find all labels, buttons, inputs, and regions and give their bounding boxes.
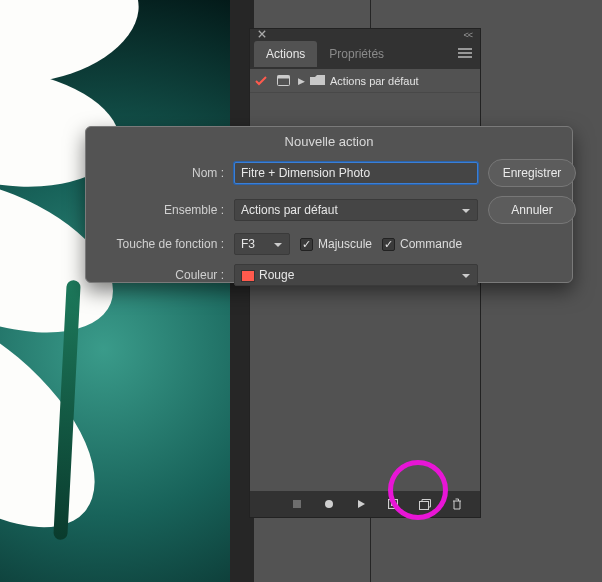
command-label: Commande [400,237,462,251]
tab-properties[interactable]: Propriétés [317,41,396,67]
dialog-title: Nouvelle action [86,127,572,159]
svg-rect-5 [391,502,395,506]
checkbox-icon: ✓ [382,238,395,251]
stop-record-icon[interactable] [386,497,400,511]
checkbox-icon: ✓ [300,238,313,251]
record-button[interactable]: Enregistrer [488,159,576,187]
panel-tabbar: Actions Propriétés [250,39,480,69]
play-icon[interactable] [354,497,368,511]
svg-rect-1 [277,76,289,79]
svg-rect-6 [420,501,429,509]
shift-checkbox[interactable]: ✓ Majuscule [300,237,372,251]
row-visibility-check[interactable] [250,69,272,92]
label-set: Ensemble : [96,203,224,217]
panel-menu-button[interactable] [458,48,472,60]
panel-collapse-button[interactable]: << [463,30,472,40]
new-action-dialog: Nouvelle action Nom : Enregistrer Ensemb… [85,126,573,283]
label-fkey: Touche de fonction : [96,237,224,251]
folder-icon [308,69,326,92]
color-select[interactable]: Rouge [234,264,478,286]
stop-icon[interactable] [290,497,304,511]
row-label: Actions par défaut [326,69,419,92]
panel-close-button[interactable] [258,28,266,36]
label-name: Nom : [96,166,224,180]
row-expand-chevron[interactable]: ▶ [294,69,308,92]
cancel-button[interactable]: Annuler [488,196,576,224]
svg-point-3 [325,500,333,508]
fkey-select[interactable]: F3 [234,233,290,255]
shift-label: Majuscule [318,237,372,251]
trash-icon[interactable] [450,497,464,511]
svg-rect-2 [293,500,301,508]
color-swatch [241,270,255,282]
actions-footer [250,491,480,517]
set-select[interactable]: Actions par défaut [234,199,478,221]
command-checkbox[interactable]: ✓ Commande [382,237,462,251]
row-dialog-toggle[interactable] [272,69,294,92]
new-action-icon[interactable] [418,497,432,511]
label-color: Couleur : [96,268,224,282]
canvas-image [0,0,230,582]
actions-root-row[interactable]: ▶ Actions par défaut [250,69,480,93]
name-input[interactable] [234,162,478,184]
record-icon[interactable] [322,497,336,511]
tab-actions[interactable]: Actions [254,41,317,67]
